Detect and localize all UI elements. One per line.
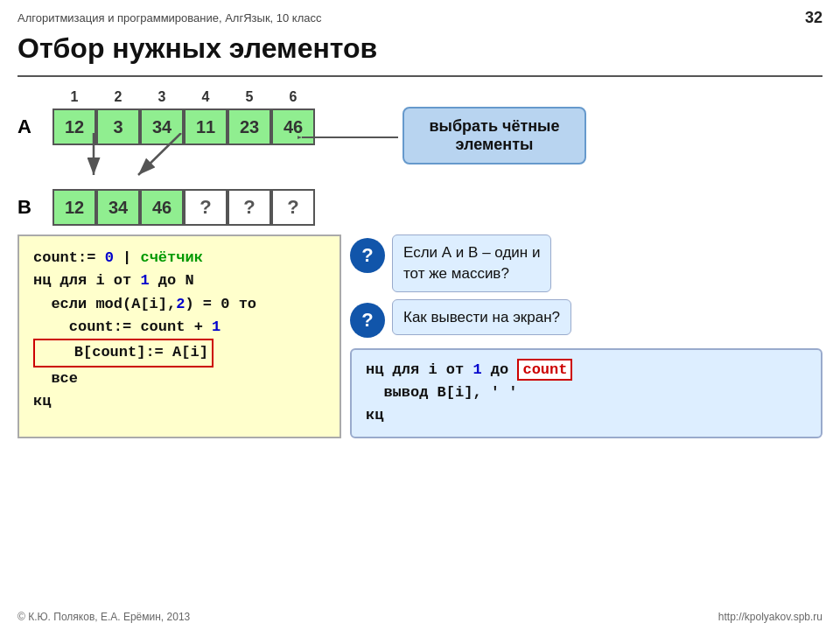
cell-b-4: ? (184, 189, 228, 226)
code-kc: кц (33, 393, 51, 410)
code-if: если mod(A[i], (33, 296, 176, 312)
array-b-row: B 12 34 46 ? ? ? (18, 189, 822, 226)
code-line-6: все (33, 368, 326, 390)
output-line-2: вывод B[i], ' ' (366, 382, 807, 404)
code-line-2: нц для i от 1 до N (33, 270, 326, 292)
question2-text: Как вывести на экран? (403, 309, 560, 326)
code-b-assign: B[count]:= A[i] (33, 339, 214, 367)
code-line-4: count:= count + 1 (33, 316, 326, 339)
code-pipe: | (114, 249, 141, 266)
arrays-wrapper: 1 2 3 4 5 6 A 12 3 34 11 23 46 (18, 89, 822, 226)
index-2: 2 (96, 89, 140, 105)
code-line-5: B[count]:= A[i] (33, 339, 326, 367)
code-zero: 0 (105, 249, 114, 266)
footer: © К.Ю. Поляков, Е.А. Ерёмин, 2013 http:/… (18, 611, 822, 623)
code-box: count:= 0 | счётчик нц для i от 1 до N е… (18, 234, 341, 438)
cell-b-5: ? (228, 189, 271, 226)
out-print: вывод B[i], ' ' (366, 384, 517, 401)
code-count-inc: count:= count + (33, 318, 212, 335)
code-comment: счётчик (140, 249, 202, 266)
question1-symbol: ? (361, 244, 373, 267)
slide-number: 32 (805, 9, 822, 27)
code-to-n: до N (150, 272, 194, 289)
question2-text-box: Как вывести на экран? (392, 299, 571, 336)
question2-circle: ? (350, 303, 385, 338)
code-line-3: если mod(A[i],2) = 0 то (33, 293, 326, 316)
right-section: ? Если А и В – один итот же массив? ? Ка… (350, 234, 822, 438)
cell-b-3: 46 (140, 189, 184, 226)
question2-block: ? Как вывести на экран? (350, 299, 822, 338)
out-nc: нц для i от (366, 361, 472, 378)
index-5: 5 (228, 89, 271, 105)
code-one2: 1 (212, 318, 220, 335)
footer-right: http://kpolyakov.spb.ru (718, 611, 822, 623)
subtitle: Алгоритмизация и программирование, АлгЯз… (18, 11, 322, 24)
out-to: до (482, 361, 518, 378)
cell-b-1: 12 (52, 189, 96, 226)
output-code-box: нц для i от 1 до count вывод B[i], ' ' к… (350, 348, 822, 438)
code-line-7: кц (33, 390, 326, 413)
page-title: Отбор нужных элементов (18, 32, 822, 65)
question1-text: Если А и В – один итот же массив? (403, 244, 540, 282)
bottom-section: count:= 0 | счётчик нц для i от 1 до N е… (18, 234, 822, 438)
code-nc: нц для i от (33, 272, 140, 289)
array-b-cells: 12 34 46 ? ? ? (52, 189, 315, 226)
code-eq: ) = 0 то (185, 296, 256, 312)
question1-circle: ? (350, 238, 385, 273)
top-bar: Алгоритмизация и программирование, АлгЯз… (18, 9, 822, 27)
out-kc: кц (366, 407, 383, 424)
svg-line-2 (138, 133, 181, 175)
array-b-label: B (18, 196, 44, 219)
index-3: 3 (140, 89, 184, 105)
question2-symbol: ? (361, 309, 373, 332)
divider (18, 75, 822, 77)
code-all: все (33, 370, 78, 387)
question1-text-box: Если А и В – один итот же массив? (392, 234, 551, 292)
callout-box: выбрать чётныеэлементы (402, 107, 586, 164)
cell-b-2: 34 (96, 189, 140, 226)
array-a-indices: 1 2 3 4 5 6 (52, 89, 822, 105)
callout-arrow (298, 120, 402, 155)
question1-block: ? Если А и В – один итот же массив? (350, 234, 822, 292)
code-one: 1 (140, 272, 149, 289)
cell-b-6: ? (271, 189, 315, 226)
array-a-label: A (18, 116, 44, 138)
code-two: 2 (176, 296, 185, 312)
footer-left: © К.Ю. Поляков, Е.А. Ерёмин, 2013 (18, 611, 190, 623)
output-line-3: кц (366, 404, 807, 427)
code-count-label: count:= (33, 249, 105, 266)
arrows-svg (72, 133, 247, 181)
output-line-1: нц для i от 1 до count (366, 359, 807, 382)
out-count: count (517, 359, 572, 381)
callout-text: выбрать чётныеэлементы (430, 117, 560, 153)
code-line-1: count:= 0 | счётчик (33, 247, 326, 270)
index-1: 1 (52, 89, 96, 105)
index-4: 4 (184, 89, 228, 105)
slide: Алгоритмизация и программирование, АлгЯз… (0, 0, 840, 630)
index-6: 6 (271, 89, 315, 105)
out-one: 1 (472, 361, 481, 378)
